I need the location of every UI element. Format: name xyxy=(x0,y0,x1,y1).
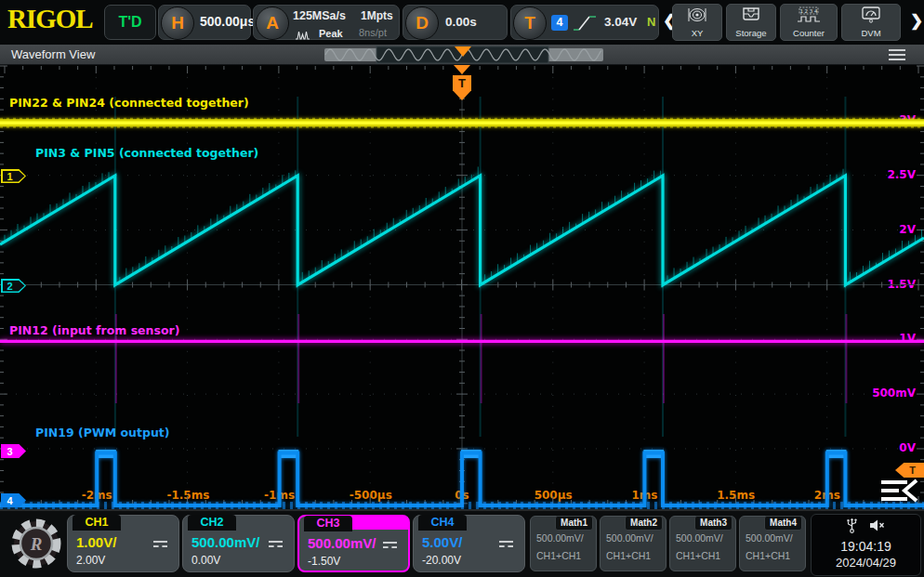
math1-tab: Math1 xyxy=(555,516,593,531)
math4-scale: 500.00mV/ xyxy=(746,532,793,544)
channel4-offset: -20.00V xyxy=(422,554,461,567)
trigger-level-value: 3.04V xyxy=(604,15,637,29)
storage-icon xyxy=(740,7,762,27)
annotation-ch2: PIN3 & PIN5 (connected together) xyxy=(35,146,258,160)
math4-card[interactable]: Math4 500.00mV/ CH1+CH1 xyxy=(739,516,806,571)
math1-scale: 500.00mV/ xyxy=(536,532,584,544)
peak-waveform-icon xyxy=(295,28,313,45)
trace-ch4 xyxy=(0,453,924,505)
sample-rate: 125MSa/s xyxy=(293,9,346,22)
counter-button[interactable]: 1 2 3 4 Counter xyxy=(780,4,838,41)
delay-key[interactable]: D xyxy=(405,7,439,40)
channel3-tab: CH3 xyxy=(304,516,352,531)
math2-card[interactable]: Math2 500.00mV/ CH1+CH1 xyxy=(600,516,667,571)
dc-coupling-icon xyxy=(499,541,513,547)
trigger-source-badge: 4 xyxy=(551,15,568,31)
annotation-ch1: PIN22 & PIN24 (connected together) xyxy=(9,96,249,110)
xy-icon xyxy=(684,7,710,27)
waveform-display-area: 3V2.5V2V1.5V1V500mV0V -2ms-1.5ms-1ms-500… xyxy=(0,65,924,509)
horizontal-position-strip[interactable] xyxy=(323,46,604,64)
channel3-scale: 500.00mV/ xyxy=(308,535,376,551)
math2-tab: Math2 xyxy=(625,516,663,531)
channel2-tab: CH2 xyxy=(188,515,236,531)
system-time: 19:04:19 xyxy=(812,539,920,554)
svg-text:1 2 3 4: 1 2 3 4 xyxy=(799,8,818,14)
rising-edge-icon xyxy=(572,12,598,38)
top-status-bar: RIGOL T'D H 500.00μs/ A 125MSa/s Peak 1M… xyxy=(0,0,924,45)
channel4-tab: CH4 xyxy=(418,515,467,531)
trigger-key[interactable]: T xyxy=(513,7,547,40)
channel2-offset: 0.00V xyxy=(191,554,220,567)
dvm-icon xyxy=(859,7,883,27)
math3-card[interactable]: Math3 500.00mV/ CH1+CH1 xyxy=(669,516,736,571)
channel3-selected-strip xyxy=(351,516,409,530)
dvm-button[interactable]: DVM xyxy=(841,4,901,41)
dc-coupling-icon xyxy=(269,541,283,547)
channel4-scale: 5.00V/ xyxy=(422,534,462,550)
waveform-canvas xyxy=(0,65,924,509)
clock-panel[interactable]: 19:04:19 2024/04/29 xyxy=(811,514,921,576)
channel1-tab: CH1 xyxy=(73,515,121,531)
channel3-offset: -1.50V xyxy=(308,555,340,568)
math3-tab: Math3 xyxy=(694,516,733,531)
acquire-key[interactable]: A xyxy=(256,7,289,40)
math1-card[interactable]: Math1 500.00mV/ CH1+CH1 xyxy=(530,516,597,571)
trace-ch2-noise xyxy=(5,166,921,281)
math2-expression: CH1+CH1 xyxy=(606,550,651,561)
time-per-point: 8ns/pt xyxy=(359,27,387,38)
channel2-scale: 500.00mV/ xyxy=(191,534,259,550)
dc-coupling-icon xyxy=(153,541,167,547)
xy-button[interactable]: XY xyxy=(672,4,722,41)
trigger-status-text: T'D xyxy=(118,14,141,31)
trigger-status-indicator: T'D xyxy=(104,5,156,40)
horizontal-key[interactable]: H xyxy=(161,7,194,40)
waveform-view-header: Waveform View xyxy=(0,45,924,65)
acquire-mode: Peak xyxy=(319,28,343,39)
channel1-scale: 1.00V/ xyxy=(76,534,116,550)
annotation-ch4: PIN19 (PWM output) xyxy=(35,426,169,439)
math1-expression: CH1+CH1 xyxy=(536,550,581,561)
waveform-view-title: Waveform View xyxy=(11,47,95,61)
rigol-logo: RIGOL xyxy=(7,4,93,34)
acquire-settings-panel[interactable]: A 125MSa/s Peak 1Mpts 8ns/pt xyxy=(253,5,400,40)
delay-value: 0.00s xyxy=(445,15,477,29)
rigol-gear-logo[interactable]: R xyxy=(7,514,65,577)
math2-scale: 500.00mV/ xyxy=(606,532,653,544)
storage-label: Storage xyxy=(735,28,766,38)
math3-expression: CH1+CH1 xyxy=(676,550,720,561)
svg-text:R: R xyxy=(30,534,43,554)
channel1-card[interactable]: CH1 1.00V/ 2.00V xyxy=(67,515,179,572)
sound-muted-icon xyxy=(869,518,886,536)
oscilloscope-screen: { "top_bar": { "logo": "RIGOL", "trigger… xyxy=(0,0,924,577)
trigger-noise-flag: N xyxy=(647,15,655,29)
channel2-card[interactable]: CH2 500.00mV/ 0.00V xyxy=(182,515,295,572)
delay-settings-panel[interactable]: D 0.00s xyxy=(403,5,508,40)
trigger-settings-panel[interactable]: T 4 3.04V N xyxy=(510,5,659,40)
trigger-position-triangle[interactable] xyxy=(454,65,470,74)
channel4-card[interactable]: CH4 5.00V/ -20.00V xyxy=(413,515,525,572)
counter-label: Counter xyxy=(793,28,825,38)
annotation-ch3: PIN12 (input from sensor) xyxy=(9,323,179,337)
dvm-label: DVM xyxy=(861,28,880,38)
horizontal-settings-panel[interactable]: H 500.00μs/ xyxy=(158,5,251,40)
math3-scale: 500.00mV/ xyxy=(676,532,723,544)
channel1-offset: 2.00V xyxy=(76,554,105,567)
xy-label: XY xyxy=(692,28,704,38)
math4-expression: CH1+CH1 xyxy=(746,550,790,561)
math4-tab: Math4 xyxy=(764,516,802,531)
memory-depth: 1Mpts xyxy=(361,9,393,22)
menu-icon[interactable] xyxy=(889,49,905,63)
storage-button[interactable]: Storage xyxy=(726,4,776,41)
usb-icon xyxy=(846,518,858,537)
dc-coupling-icon xyxy=(383,542,397,548)
timebase-value: 500.00μs/ xyxy=(200,14,258,29)
system-date: 2024/04/29 xyxy=(812,556,920,570)
toolbar-next-icon[interactable]: ❯ xyxy=(910,11,923,31)
channel3-card-selected[interactable]: CH3 500.00mV/ -1.50V xyxy=(297,515,410,572)
counter-icon: 1 2 3 4 xyxy=(795,7,823,27)
channel-status-bar: R CH1 1.00V/ 2.00V CH2 500.00mV/ 0.00V C… xyxy=(0,509,924,577)
